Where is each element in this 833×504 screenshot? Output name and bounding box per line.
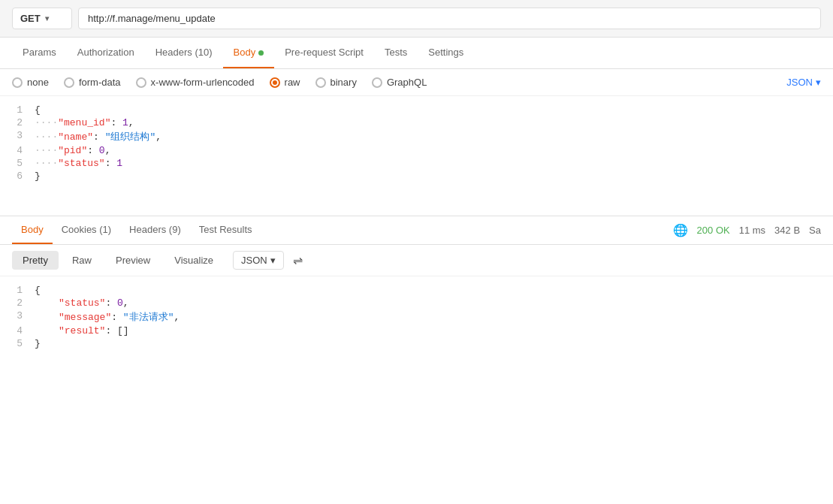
resp-line-num-1: 1 [0,285,35,296]
radio-raw-circle [270,77,280,88]
tab-body[interactable]: Body [223,38,275,68]
tab-pre-request-script[interactable]: Pre-request Script [274,38,374,68]
tab-headers[interactable]: Headers (10) [145,38,223,68]
status-code-badge: 200 OK [697,225,730,236]
radio-raw[interactable]: raw [270,77,300,88]
req-line-content-4: ····"pid": 0, [35,145,110,156]
format-btn-pretty[interactable]: Pretty [12,251,59,270]
method-select[interactable]: GET ▾ [12,8,72,29]
radio-urlencoded[interactable]: x-www-form-urlencoded [136,77,255,88]
req-code-line-3: 3 ····"name": "组织结构", [0,129,833,144]
radio-binary[interactable]: binary [315,77,357,88]
resp-tab-headers[interactable]: Headers (9) [120,216,190,244]
format-btn-visualize[interactable]: Visualize [164,251,224,270]
method-label: GET [20,13,41,24]
req-code-line-4: 4 ····"pid": 0, [0,144,833,157]
radio-urlencoded-circle [136,77,146,88]
wrap-icon[interactable]: ⇌ [293,253,303,267]
body-active-dot [258,50,264,56]
url-input[interactable] [78,8,821,29]
resp-json-dropdown[interactable]: JSON ▾ [233,251,284,270]
resp-code-line-1: 1 { [0,284,833,297]
tab-authorization[interactable]: Authorization [67,38,145,68]
req-line-content-5: ····"status": 1 [35,158,122,169]
req-line-content-2: ····"menu_id": 1, [35,117,134,128]
response-size: 342 B [774,225,800,236]
tab-settings[interactable]: Settings [418,38,474,68]
resp-line-num-3: 3 [0,310,35,321]
resp-tab-cookies[interactable]: Cookies (1) [53,216,120,244]
req-line-content-6: } [35,171,41,182]
radio-form-data-label: form-data [79,77,121,88]
resp-code-line-2: 2 "status": 0, [0,297,833,309]
resp-code-line-5: 5 } [0,337,833,350]
radio-graphql[interactable]: GraphQL [372,77,427,88]
response-tabs-bar: Body Cookies (1) Headers (9) Test Result… [0,216,833,245]
resp-line-num-2: 2 [0,297,35,309]
resp-code-line-4: 4 "result": [] [0,324,833,337]
response-code-editor: 1 { 2 "status": 0, 3 "message": "非法请求", … [0,276,833,358]
request-code-editor: 1 { 2 ····"menu_id": 1, 3 ····"name": "组… [0,96,833,216]
tab-tests[interactable]: Tests [374,38,418,68]
req-code-line-6: 6 } [0,170,833,183]
radio-raw-label: raw [285,77,300,88]
radio-form-data-circle [64,77,74,88]
tab-params[interactable]: Params [12,38,67,68]
req-line-num-6: 6 [0,171,35,182]
req-line-num-3: 3 [0,130,35,141]
json-format-chevron-icon: ▾ [816,77,821,88]
req-line-num-2: 2 [0,117,35,128]
json-format-dropdown[interactable]: JSON ▾ [786,77,821,88]
resp-json-label: JSON [241,255,267,266]
radio-none-label: none [27,77,49,88]
req-line-content-3: ····"name": "组织结构", [35,130,161,143]
radio-graphql-circle [372,77,382,88]
resp-code-line-3: 3 "message": "非法请求", [0,309,833,324]
resp-line-num-4: 4 [0,325,35,337]
req-code-line-2: 2 ····"menu_id": 1, [0,116,833,129]
resp-line-num-5: 5 [0,338,35,349]
resp-line-content-2: "status": 0, [35,297,129,309]
method-chevron-icon: ▾ [45,14,49,23]
resp-line-content-5: } [35,338,41,349]
json-format-label: JSON [786,77,813,88]
req-line-num-4: 4 [0,145,35,156]
body-type-row: none form-data x-www-form-urlencoded raw… [0,69,833,96]
radio-urlencoded-label: x-www-form-urlencoded [151,77,255,88]
radio-form-data[interactable]: form-data [64,77,121,88]
radio-binary-circle [315,77,326,88]
request-tabs-bar: Params Authorization Headers (10) Body P… [0,38,833,69]
req-code-line-1: 1 { [0,104,833,116]
resp-json-chevron-icon: ▾ [270,255,276,266]
req-line-content-1: { [35,104,41,116]
response-extra: Sa [809,225,821,236]
response-status: 🌐 200 OK 11 ms 342 B Sa [673,223,821,237]
radio-binary-label: binary [330,77,357,88]
globe-icon: 🌐 [673,223,688,237]
resp-line-content-1: { [35,285,41,296]
req-line-num-1: 1 [0,104,35,116]
format-btn-raw[interactable]: Raw [62,251,102,270]
response-format-bar: Pretty Raw Preview Visualize JSON ▾ ⇌ [0,245,833,276]
req-code-line-5: 5 ····"status": 1 [0,157,833,170]
resp-line-content-3: "message": "非法请求", [35,310,180,324]
resp-tab-test-results[interactable]: Test Results [190,216,261,244]
radio-none-circle [12,77,23,88]
radio-graphql-label: GraphQL [387,77,427,88]
resp-tab-body[interactable]: Body [12,216,53,244]
url-bar: GET ▾ [0,0,833,38]
response-time: 11 ms [739,225,765,236]
format-btn-preview[interactable]: Preview [105,251,161,270]
req-line-num-5: 5 [0,158,35,169]
radio-none[interactable]: none [12,77,49,88]
resp-line-content-4: "result": [] [35,325,129,337]
